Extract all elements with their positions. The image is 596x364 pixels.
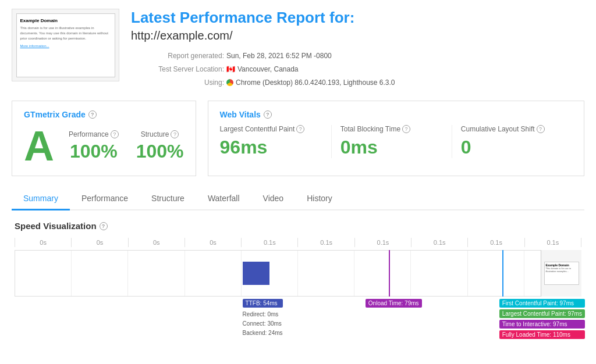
lcp-value: 96ms — [220, 137, 322, 158]
performance-label: Performance ? — [69, 130, 119, 138]
ttfb-detail: Redirect: 0ms Connect: 30ms Backend: 24m… — [243, 310, 283, 338]
tab-history[interactable]: History — [295, 188, 344, 210]
gtmetrix-help-icon[interactable]: ? — [88, 110, 97, 119]
server-value: Vancouver, Canada — [237, 63, 299, 76]
performance-help-icon[interactable]: ? — [111, 130, 119, 138]
cls-vital: Cumulative Layout Shift ? 0 — [452, 125, 572, 158]
fcp-line — [502, 250, 503, 297]
meta-row-server: Test Server Location: 🇨🇦 Vancouver, Cana… — [131, 63, 584, 76]
lcp-vital: Largest Contentful Paint ? 96ms — [220, 125, 332, 158]
grid-col-2 — [128, 251, 185, 296]
grade-content: A Performance ? 100% Structure ? — [24, 125, 184, 167]
tbt-value: 0ms — [340, 137, 443, 158]
server-label: Test Server Location: — [131, 63, 224, 76]
page-wrapper: Example Domain This domain is for use in… — [0, 0, 596, 360]
tab-waterfall[interactable]: Waterfall — [196, 188, 251, 210]
grade-metrics: Performance ? 100% Structure ? 100% — [69, 130, 184, 162]
ruler-3: 0s — [185, 238, 242, 247]
performance-value: 100% — [69, 141, 119, 162]
lcp-label: Largest Contentful Paint ? — [220, 125, 322, 133]
ttfb-label-container: TTFB: 54ms Redirect: 0ms Connect: 30ms B… — [243, 299, 283, 338]
tabs-container: Summary Performance Structure Waterfall … — [12, 188, 584, 210]
speed-help-icon[interactable]: ? — [100, 222, 108, 230]
grid-col-5 — [298, 251, 354, 296]
cls-value: 0 — [461, 137, 563, 158]
grid-col-0 — [15, 251, 72, 296]
ruler-5: 0.1s — [298, 238, 354, 247]
grid-col-6 — [354, 251, 411, 296]
tbt-label: Total Blocking Time ? — [340, 125, 443, 133]
structure-help-icon[interactable]: ? — [171, 130, 179, 138]
backend-label: Backend: 24ms — [243, 329, 283, 338]
screenshot-link[interactable]: More information... — [20, 44, 111, 49]
tbt-vital: Total Blocking Time ? 0ms — [332, 125, 452, 158]
meta-row-using: Using: Chrome (Desktop) 86.0.4240.193, L… — [131, 76, 584, 90]
onload-label-container: Onload Time: 79ms — [366, 299, 422, 308]
ruler-4: 0.1s — [242, 238, 298, 247]
tti-label: Time to Interactive: 97ms — [499, 320, 585, 329]
web-vitals-box: Web Vitals ? Largest Contentful Paint ? … — [208, 101, 584, 176]
tab-summary[interactable]: Summary — [12, 188, 70, 210]
structure-label: Structure ? — [136, 130, 184, 138]
tabs: Summary Performance Structure Waterfall … — [12, 188, 584, 209]
structure-metric: Structure ? 100% — [136, 130, 184, 162]
web-vitals-help-icon[interactable]: ? — [264, 110, 272, 119]
meta-row-generated: Report generated: Sun, Feb 28, 2021 6:52… — [131, 49, 584, 63]
generated-label: Report generated: — [131, 49, 224, 63]
screenshot-title: Example Domain — [20, 17, 111, 24]
ruler-8: 0.1s — [468, 238, 524, 247]
grid-col-9: Example Domain This domain is for use in… — [524, 251, 581, 296]
using-value: Chrome (Desktop) 86.0.4240.193, Lighthou… — [236, 76, 395, 90]
timeline-labels-row: TTFB: 54ms Redirect: 0ms Connect: 30ms B… — [15, 299, 581, 351]
cls-label: Cumulative Layout Shift ? — [461, 125, 563, 133]
grid-col-3 — [185, 251, 242, 296]
lcp-label2: Largest Contentful Paint: 97ms — [499, 309, 585, 318]
timeline-grid: Example Domain This domain is for use in… — [15, 250, 581, 297]
structure-value: 100% — [136, 141, 184, 162]
ruler-9: 0.1s — [525, 238, 581, 247]
flag-icon: 🇨🇦 — [226, 63, 235, 76]
ruler-1: 0s — [72, 238, 128, 247]
cls-help-icon[interactable]: ? — [537, 125, 545, 133]
gtmetrix-section-title: GTmetrix Grade ? — [24, 110, 184, 119]
speed-title: Speed Visualization ? — [15, 221, 581, 231]
lcp-help-icon[interactable]: ? — [296, 125, 304, 133]
fcp-label: First Contentful Paint: 97ms — [499, 299, 585, 308]
header-info: Latest Performance Report for: http://ex… — [131, 9, 584, 89]
header: Example Domain This domain is for use in… — [12, 9, 584, 89]
performance-metric: Performance ? 100% — [69, 130, 119, 162]
tab-structure[interactable]: Structure — [140, 188, 196, 210]
tab-video[interactable]: Video — [251, 188, 296, 210]
ruler-7: 0.1s — [411, 238, 468, 247]
connect-label: Connect: 30ms — [243, 319, 283, 329]
timeline-outer: Example Domain This domain is for use in… — [15, 250, 581, 297]
site-screenshot: Example Domain This domain is for use in… — [12, 9, 119, 81]
screenshot-text: This domain is for use in illustrative e… — [20, 26, 111, 41]
grade-letter: A — [24, 125, 54, 167]
gtmetrix-grade-box: GTmetrix Grade ? A Performance ? 100% — [12, 101, 196, 176]
grid-col-7 — [411, 251, 467, 296]
ruler-2: 0s — [129, 238, 185, 247]
timeline-ruler: 0s 0s 0s 0s 0.1s 0.1s 0.1s 0.1s 0.1s 0.1… — [15, 238, 581, 247]
timeline-screenshot-mini: Example Domain This domain is for use in… — [544, 262, 579, 285]
right-labels: First Contentful Paint: 97ms Largest Con… — [499, 299, 585, 339]
grades-section: GTmetrix Grade ? A Performance ? 100% — [12, 101, 584, 176]
ttfb-label: TTFB: 54ms — [243, 299, 283, 308]
tab-performance[interactable]: Performance — [70, 188, 140, 210]
vitals-content: Largest Contentful Paint ? 96ms Total Bl… — [220, 125, 572, 158]
report-title: Latest Performance Report for: — [131, 9, 584, 27]
ruler-6: 0.1s — [355, 238, 411, 247]
chrome-icon — [226, 79, 233, 86]
flt-label: Fully Loaded Time: 110ms — [499, 330, 585, 339]
report-url: http://example.com/ — [131, 29, 584, 42]
speed-section: Speed Visualization ? 0s 0s 0s 0s 0.1s 0… — [12, 221, 584, 351]
redirect-label: Redirect: 0ms — [243, 310, 283, 319]
web-vitals-title: Web Vitals ? — [220, 110, 572, 119]
timeline-screenshot: Example Domain This domain is for use in… — [541, 250, 581, 297]
onload-line — [389, 250, 390, 297]
report-meta: Report generated: Sun, Feb 28, 2021 6:52… — [131, 49, 584, 89]
generated-value: Sun, Feb 28, 2021 6:52 PM -0800 — [226, 49, 332, 63]
grid-col-1 — [72, 251, 128, 296]
tbt-help-icon[interactable]: ? — [402, 125, 410, 133]
grid-col-8 — [468, 251, 524, 296]
